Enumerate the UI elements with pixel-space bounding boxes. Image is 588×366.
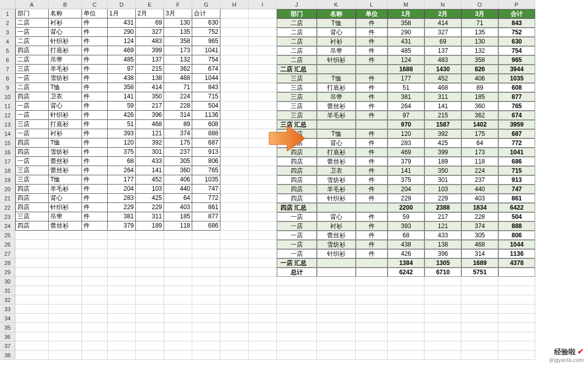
cell[interactable] — [424, 286, 461, 295]
cell[interactable]: 件 — [356, 249, 388, 258]
cell[interactable]: 1044 — [192, 74, 220, 83]
row-header[interactable]: 15 — [0, 138, 15, 148]
cell[interactable]: 130 — [461, 37, 498, 46]
cell[interactable] — [164, 304, 192, 314]
cell[interactable]: 138 — [424, 240, 461, 249]
cell[interactable]: 403 — [164, 203, 192, 212]
cell[interactable] — [82, 295, 108, 304]
cell[interactable]: 64 — [461, 138, 498, 148]
cell[interactable]: 204 — [388, 185, 424, 194]
cell[interactable] — [192, 249, 220, 258]
cell[interactable]: 件 — [356, 175, 388, 185]
cell[interactable] — [498, 314, 535, 323]
cell[interactable]: 772 — [192, 194, 220, 203]
cell[interactable] — [164, 341, 192, 351]
corner-cell[interactable] — [0, 0, 15, 9]
cell[interactable]: 1688 — [388, 65, 424, 74]
cell[interactable] — [498, 268, 535, 277]
cell[interactable] — [82, 351, 108, 360]
cell[interactable] — [220, 249, 249, 258]
cell[interactable]: 件 — [356, 240, 388, 249]
cell[interactable]: 衬衫 — [317, 37, 356, 46]
cell[interactable] — [249, 332, 277, 341]
cell[interactable] — [498, 341, 535, 351]
cell[interactable] — [164, 258, 192, 268]
cell[interactable]: 件 — [356, 18, 388, 28]
cell[interactable]: 362 — [164, 65, 192, 74]
cell[interactable] — [356, 323, 388, 332]
cell[interactable]: 135 — [164, 28, 192, 37]
cell[interactable]: 合计 — [192, 9, 220, 18]
row-header[interactable]: 36 — [0, 332, 15, 341]
cell[interactable] — [49, 314, 82, 323]
cell[interactable] — [220, 295, 249, 304]
cell[interactable] — [108, 323, 136, 332]
cell[interactable]: 452 — [136, 175, 164, 185]
cell[interactable]: 71 — [164, 83, 192, 92]
cell[interactable]: 393 — [388, 221, 424, 231]
cell[interactable]: 二店 汇总 — [277, 65, 317, 74]
cell[interactable] — [192, 351, 220, 360]
cell[interactable] — [192, 268, 220, 277]
cell[interactable]: 吊带 — [49, 55, 82, 65]
cell[interactable] — [277, 314, 317, 323]
cell[interactable] — [136, 332, 164, 341]
cell[interactable] — [192, 277, 220, 286]
cell[interactable] — [220, 74, 249, 83]
cell[interactable]: 件 — [356, 28, 388, 37]
row-header[interactable]: 6 — [0, 55, 15, 65]
cell[interactable] — [82, 258, 108, 268]
cell[interactable] — [136, 258, 164, 268]
cell[interactable]: 件 — [82, 65, 108, 74]
cell[interactable] — [220, 46, 249, 55]
cell[interactable]: 雪纺衫 — [317, 240, 356, 249]
cell[interactable] — [15, 268, 49, 277]
column-header[interactable]: K — [317, 0, 356, 9]
cell[interactable]: 468 — [164, 74, 192, 83]
cell[interactable] — [461, 351, 498, 360]
cell[interactable] — [388, 304, 424, 314]
cell[interactable]: 二店 — [15, 83, 49, 92]
cell[interactable] — [164, 277, 192, 286]
row-header[interactable]: 34 — [0, 314, 15, 323]
cell[interactable] — [220, 286, 249, 295]
cell[interactable]: 141 — [136, 166, 164, 175]
cell[interactable]: 406 — [164, 175, 192, 185]
cell[interactable]: 二店 — [15, 55, 49, 65]
column-header[interactable]: L — [356, 0, 388, 9]
cell[interactable]: 469 — [388, 148, 424, 157]
cell[interactable]: 130 — [164, 18, 192, 28]
cell[interactable] — [136, 249, 164, 258]
cell[interactable] — [220, 268, 249, 277]
cell[interactable] — [277, 323, 317, 332]
row-header[interactable]: 26 — [0, 240, 15, 249]
cell[interactable]: 1041 — [192, 46, 220, 55]
cell[interactable]: 438 — [388, 240, 424, 249]
cell[interactable]: T恤 — [49, 138, 82, 148]
cell[interactable] — [461, 332, 498, 341]
column-header[interactable]: C — [82, 0, 108, 9]
cell[interactable]: 四店 — [15, 203, 49, 212]
cell[interactable]: 118 — [461, 157, 498, 166]
cell[interactable] — [249, 185, 277, 194]
cell[interactable] — [424, 277, 461, 286]
row-header[interactable]: 38 — [0, 351, 15, 360]
cell[interactable]: 四店 — [15, 221, 49, 231]
cell[interactable]: 414 — [424, 18, 461, 28]
cell[interactable]: 175 — [164, 138, 192, 148]
cell[interactable]: 350 — [136, 92, 164, 101]
cell[interactable] — [164, 240, 192, 249]
cell[interactable] — [220, 240, 249, 249]
cell[interactable] — [249, 83, 277, 92]
cell[interactable]: 392 — [136, 138, 164, 148]
cell[interactable]: 部门 — [15, 9, 49, 18]
cell[interactable]: 396 — [136, 111, 164, 120]
cell[interactable] — [317, 332, 356, 341]
row-header[interactable]: 31 — [0, 286, 15, 295]
cell[interactable] — [108, 314, 136, 323]
cell[interactable]: 173 — [164, 46, 192, 55]
cell[interactable]: 392 — [424, 129, 461, 138]
row-header[interactable]: 4 — [0, 37, 15, 46]
cell[interactable] — [220, 277, 249, 286]
cell[interactable]: 吊带 — [317, 92, 356, 101]
